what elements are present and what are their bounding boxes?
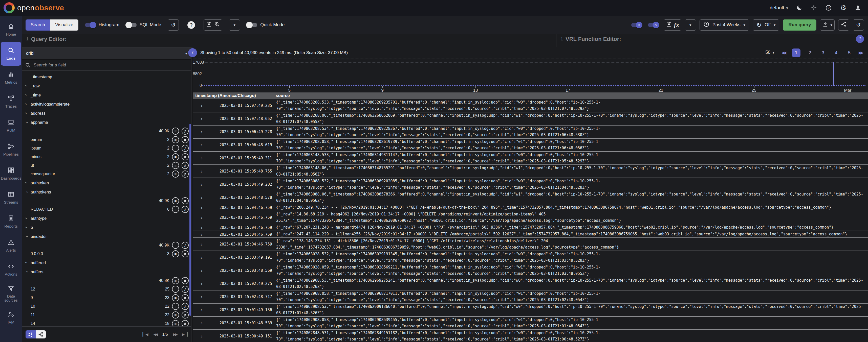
field-row-b[interactable]: ›b (22, 223, 191, 232)
log-table-row[interactable]: ›2025-03-01 15:04:46.759{"_raw":"14.86.6… (193, 211, 868, 224)
expand-row-icon[interactable]: › (201, 281, 205, 286)
equals-filter-icon[interactable]: = (172, 320, 179, 326)
refresh-interval-picker[interactable]: ↻ Off ▾ (753, 20, 779, 31)
equals-filter-icon[interactable]: = (172, 162, 179, 169)
equals-filter-icon[interactable]: = (172, 153, 179, 160)
export-button[interactable]: ▾ (820, 20, 835, 31)
first-page-icon[interactable]: ▎◀ (143, 332, 148, 337)
fields-view-schema-button[interactable] (36, 330, 46, 338)
expand-row-icon[interactable]: › (201, 205, 205, 210)
share-button[interactable] (838, 20, 849, 31)
page-button-1[interactable]: 1 (792, 48, 801, 57)
equals-filter-icon[interactable]: = (172, 250, 179, 258)
expand-row-icon[interactable]: › (201, 241, 205, 247)
page-button-3[interactable]: 3 (819, 50, 827, 56)
sidebar-item-streams[interactable]: Streams (0, 186, 22, 210)
equals-filter-icon[interactable]: = (172, 145, 179, 152)
saved-searches-caret-button[interactable]: ▾ (229, 20, 240, 31)
sidebar-item-data-sources[interactable]: Data sources (0, 282, 22, 306)
fields-view-with-values-button[interactable] (26, 330, 36, 338)
sidebar-item-rum[interactable]: RUM (0, 114, 22, 138)
expand-row-icon[interactable]: › (201, 254, 205, 260)
fast-back-icon[interactable]: ◀◀ (781, 50, 786, 55)
expand-row-icon[interactable]: › (201, 232, 205, 237)
show-function-toggle[interactable]: fx (648, 23, 659, 27)
expand-row-icon[interactable]: › (201, 116, 205, 122)
field-row-authtokens[interactable]: ›authtokens (22, 187, 191, 197)
not-equals-filter-icon[interactable]: ≠ (182, 128, 189, 135)
expand-row-icon[interactable]: › (201, 168, 205, 174)
chevron-down-icon[interactable]: › (24, 111, 29, 115)
chevron-down-icon[interactable]: › (24, 93, 29, 97)
org-selector[interactable]: default ▾ (770, 5, 788, 11)
field-row-address[interactable]: ›address (22, 109, 191, 118)
field-row-bindaddr[interactable]: ›bindaddr (22, 232, 191, 241)
log-table-row[interactable]: ›2025-03-01 15:00:49.151{"_time":1740862… (193, 329, 868, 342)
search-history-button[interactable]: ↺ (853, 20, 864, 31)
log-table-row[interactable]: ›2025-03-01 15:04:46.759{"_raw":"206.249… (193, 204, 868, 211)
saved-functions-caret-button[interactable]: ▾ (685, 20, 696, 31)
community-icon[interactable] (810, 4, 817, 11)
equals-filter-icon[interactable]: = (172, 303, 179, 310)
page-button-5[interactable]: 5 (845, 50, 853, 56)
save-function-button[interactable]: fx (664, 20, 681, 31)
equals-filter-icon[interactable]: = (172, 242, 179, 249)
histogram-chart[interactable]: 08802176035913172125Mar (193, 59, 868, 93)
not-equals-filter-icon[interactable]: ≠ (182, 145, 189, 152)
log-table-row[interactable]: ›2025-03-01 15:04:46.759{"_raw":"178.146… (193, 237, 868, 250)
not-equals-filter-icon[interactable]: ≠ (182, 277, 189, 284)
query-editor[interactable]: 1 Query Editor: (22, 34, 556, 47)
field-row--raw[interactable]: ›_raw (22, 81, 191, 91)
field-row-authtoken[interactable]: ›authtoken (22, 178, 191, 187)
sql-mode-toggle[interactable] (126, 23, 136, 27)
chevron-down-icon[interactable]: › (24, 181, 29, 185)
chevron-up-icon[interactable]: › (24, 234, 29, 238)
expand-row-icon[interactable]: › (201, 333, 205, 339)
tab-search[interactable]: Search (26, 20, 50, 31)
column-header-timestamp[interactable]: timestamp (America/Chicago) (195, 93, 256, 98)
expand-row-icon[interactable]: › (201, 294, 205, 300)
log-table-row[interactable]: ›2025-03-01 15:01:49.136{"_time":1740862… (193, 303, 868, 316)
log-table-row[interactable]: ›2025-03-01 15:05:49.311{"_time":1740863… (193, 151, 868, 164)
shortcuts-button[interactable]: ? (185, 20, 197, 31)
last-page-icon[interactable]: ▶▕ (182, 332, 188, 337)
chevron-down-icon[interactable]: › (24, 225, 29, 229)
field-row-appname[interactable]: ›appname (22, 118, 191, 127)
equals-filter-icon[interactable]: = (172, 136, 179, 143)
fast-forward-icon[interactable]: ▶▶ (859, 50, 863, 55)
field-row-activitylogsamplerate[interactable]: ›activitylogsamplerate (22, 100, 191, 109)
stream-select[interactable]: cribl ▾ (22, 47, 191, 60)
log-table-row[interactable]: ›2025-03-01 15:02:49.275{"_time":1740862… (193, 277, 868, 290)
run-query-button[interactable]: Run query (783, 20, 816, 31)
vrl-function-editor[interactable]: 1 VRL Function Editor: (556, 34, 868, 47)
expand-row-icon[interactable]: › (201, 155, 205, 161)
sidebar-item-alerts[interactable]: Alerts (0, 234, 22, 258)
tab-visualize[interactable]: Visualize (50, 20, 79, 31)
account-avatar-icon[interactable] (854, 4, 861, 11)
chevron-up-icon[interactable]: › (24, 270, 29, 274)
help-icon[interactable]: ? (825, 4, 832, 11)
chevron-down-icon[interactable]: › (24, 102, 29, 106)
field-row-authtype[interactable]: ›authtype (22, 214, 191, 223)
log-table-row[interactable]: ›2025-03-01 15:07:49.235{"_time":1740863… (193, 99, 868, 112)
chevron-down-icon[interactable]: › (24, 84, 29, 88)
not-equals-filter-icon[interactable]: ≠ (182, 242, 189, 249)
sidebar-item-traces[interactable]: Traces (0, 90, 22, 114)
field-search-input[interactable]: Search for a field (22, 60, 191, 71)
expand-row-icon[interactable]: › (201, 320, 205, 326)
function-menu-fab[interactable] (856, 35, 864, 43)
reset-filters-button[interactable]: ↺ (168, 20, 179, 31)
not-equals-filter-icon[interactable]: ≠ (182, 162, 189, 169)
equals-filter-icon[interactable]: = (172, 311, 179, 318)
page-button-4[interactable]: 4 (832, 50, 840, 56)
log-table-row[interactable]: ›2025-03-01 15:07:48.652{"_time":1740863… (193, 112, 868, 125)
equals-filter-icon[interactable]: = (172, 277, 179, 284)
sidebar-item-logs[interactable]: Logs (1, 42, 21, 66)
not-equals-filter-icon[interactable]: ≠ (182, 294, 189, 301)
chevron-down-icon[interactable]: › (24, 261, 29, 265)
log-table-row[interactable]: ›2025-03-01 15:03:49.191{"_time":1740863… (193, 250, 868, 264)
log-table-row[interactable]: ›2025-03-01 15:03:48.569{"_time":1740863… (193, 264, 868, 277)
not-equals-filter-icon[interactable]: ≠ (182, 153, 189, 160)
not-equals-filter-icon[interactable]: ≠ (182, 197, 189, 204)
settings-gear-icon[interactable]: ⚙ (840, 4, 847, 11)
